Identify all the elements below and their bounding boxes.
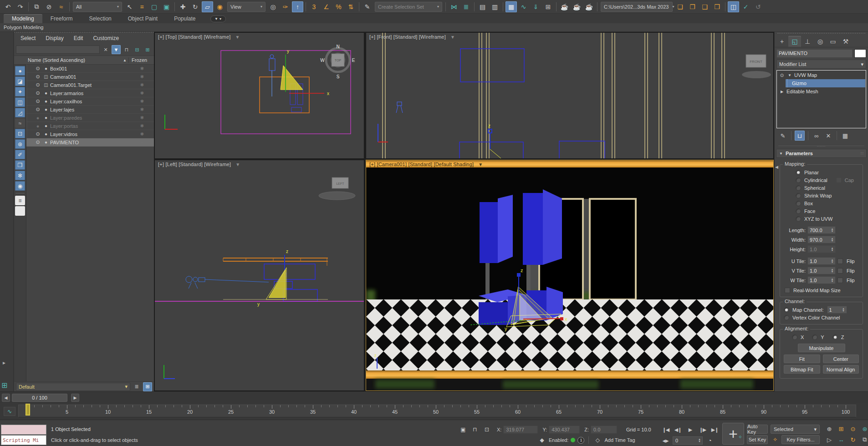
explorer-grid-icon[interactable]: ⊞ xyxy=(143,382,152,391)
bitmap-fit-button[interactable]: Bitmap Fit xyxy=(784,365,820,374)
blank-swatch[interactable] xyxy=(15,206,25,216)
remove-modifier-icon[interactable]: ✕ xyxy=(823,131,833,141)
radio-shrink-wrap[interactable]: Shrink Wrap xyxy=(783,192,860,199)
explorer-column-header[interactable]: Name (Sorted Ascending) ▲ Frozen xyxy=(14,56,154,65)
radio-cylindrical[interactable]: Cylindrical Cap xyxy=(783,176,860,184)
search-input[interactable] xyxy=(16,46,100,54)
list-item[interactable]: ⊙●Layer:vidros✱ xyxy=(26,130,154,138)
scene-script-folder-icon[interactable]: ❐ xyxy=(687,1,698,12)
chevron-down-icon[interactable]: ▼ xyxy=(786,73,793,77)
filter-containers-icon[interactable]: ⊡ xyxy=(15,129,25,138)
frozen-snowflake-icon[interactable]: ✱ xyxy=(130,115,154,120)
select-link-icon[interactable]: ⧉ xyxy=(31,1,42,12)
add-time-tag[interactable]: Add Time Tag xyxy=(604,437,635,443)
timeline-track[interactable]: 5101520253035404550556065707580859095100 xyxy=(18,405,856,417)
maxscript-listener-input[interactable]: Scripting Mi xyxy=(1,435,46,445)
key-filter-icon[interactable]: ✧ xyxy=(771,435,780,444)
normal-align-button[interactable]: Normal Align xyxy=(823,365,859,374)
eye-icon[interactable]: ⊙ xyxy=(34,98,42,104)
column-name[interactable]: Name (Sorted Ascending) xyxy=(14,57,123,63)
tab-hierarchy[interactable]: ⊥ xyxy=(801,36,814,47)
u-tile-spinner[interactable]: 1.0▲▼ xyxy=(807,257,836,265)
selection-lock-icon[interactable]: ⊓ xyxy=(470,425,480,434)
filter-geometry-icon[interactable]: ● xyxy=(15,66,25,76)
align-icon[interactable]: ≣ xyxy=(460,1,472,12)
list-item[interactable]: ⊙●Layer:lajes✱ xyxy=(26,106,154,114)
object-color-swatch[interactable] xyxy=(854,49,866,58)
frozen-snowflake-icon[interactable]: ✱ xyxy=(130,82,154,87)
curve-editor-icon[interactable]: ∿ xyxy=(518,1,529,12)
eye-icon[interactable]: ● xyxy=(34,115,42,121)
radio-align-y[interactable]: Y xyxy=(812,334,824,341)
real-world-checkbox[interactable]: Real-World Map Size xyxy=(783,286,860,294)
expand-tree-icon[interactable]: ⊟ xyxy=(133,45,142,54)
list-item[interactable]: ⊙●Box001✱ xyxy=(26,65,154,73)
snap-toggle-icon[interactable]: 3 xyxy=(308,1,320,12)
tab-selection[interactable]: Selection xyxy=(81,14,119,23)
u-flip-checkbox[interactable] xyxy=(837,258,843,264)
bind-spacewarp-icon[interactable]: ≈ xyxy=(56,1,67,12)
sort-options-icon[interactable]: ≡ xyxy=(15,196,25,205)
parameters-rollout-header[interactable]: ▼ Parameters ∷ xyxy=(776,149,867,158)
next-frame-icon[interactable]: ❙▶ xyxy=(697,425,708,435)
previous-frame-icon[interactable]: ◀❙ xyxy=(672,425,684,435)
viewport-left[interactable]: [+] [Left] [Standard] [Wireframe]▼ LEFT xyxy=(155,160,364,390)
zoom-extents-all-icon[interactable]: ⊛ xyxy=(859,424,868,434)
list-item[interactable]: ⊙◫Camera001.Target✱ xyxy=(26,81,154,89)
map-channel-spinner[interactable]: 1▲▼ xyxy=(827,306,847,314)
width-spinner[interactable]: 970.0▲▼ xyxy=(807,236,836,243)
history-icon[interactable]: ↺ xyxy=(752,1,764,12)
layer-explorer-toggle-icon[interactable]: ▥ xyxy=(489,1,500,12)
filter-frames-icon[interactable]: ❐ xyxy=(15,160,25,170)
per-view-filter-icon[interactable]: ▼ xyxy=(235,35,240,40)
undo-icon[interactable]: ↶ xyxy=(2,1,14,12)
pan-icon[interactable]: ↔ xyxy=(836,435,847,445)
manipulate-button[interactable]: Manipulate xyxy=(798,344,845,352)
redo-icon[interactable]: ↷ xyxy=(15,1,26,12)
list-item[interactable]: ●●Layer:paredes✱ xyxy=(26,114,154,122)
filter-visibility-icon[interactable]: ◉ xyxy=(15,181,25,191)
per-view-filter-icon[interactable]: ▼ xyxy=(450,35,455,40)
go-to-end-icon[interactable]: ▶❙ xyxy=(709,425,720,435)
per-view-filter-icon[interactable]: ▼ xyxy=(235,162,240,167)
keyboard-override-icon[interactable]: ↑ xyxy=(292,1,303,12)
v-tile-spinner[interactable]: 1.0▲▼ xyxy=(807,267,836,274)
maxscript-listener-pink[interactable] xyxy=(1,425,46,435)
tab-display[interactable]: ▭ xyxy=(827,36,839,47)
eye-icon[interactable]: ⊙ xyxy=(34,131,42,137)
rollout-splitter[interactable] xyxy=(778,142,864,146)
collapse-tree-icon[interactable]: ⊞ xyxy=(143,45,152,54)
tab-modeling[interactable]: Modeling xyxy=(4,14,42,23)
stack-item-uvw-map[interactable]: ⊙ ▼ UVW Map xyxy=(777,71,865,79)
frozen-snowflake-icon[interactable]: ✱ xyxy=(130,123,154,128)
object-name-field[interactable] xyxy=(776,49,853,58)
menu-select[interactable]: Select xyxy=(20,35,36,41)
layout-preset-dropdown[interactable]: Default▾ xyxy=(16,383,130,391)
key-filters-button[interactable]: Key Filters... xyxy=(781,435,820,444)
menu-edit[interactable]: Edit xyxy=(74,35,83,41)
fit-button[interactable]: Fit xyxy=(784,355,820,363)
length-spinner[interactable]: 700.0▲▼ xyxy=(807,226,836,234)
make-unique-icon[interactable]: ∞ xyxy=(812,131,822,141)
panel-scroll-arrow-icon[interactable]: ◀ xyxy=(775,165,778,169)
go-to-start-icon[interactable]: ❙◀ xyxy=(660,425,671,435)
save-reminder-icon[interactable]: ◫ xyxy=(728,1,739,12)
frozen-snowflake-icon[interactable]: ✱ xyxy=(130,74,154,79)
eye-icon[interactable]: ⊙ xyxy=(34,90,42,96)
ribbon-toggle-icon[interactable]: ▦ xyxy=(505,1,517,12)
scene-script-gear-icon[interactable]: ❏ xyxy=(674,1,686,12)
radio-align-x[interactable]: X xyxy=(792,334,804,341)
stack-item-editable-mesh[interactable]: ▶ Editable Mesh xyxy=(777,87,865,96)
auto-key-button[interactable]: Auto Key xyxy=(747,425,768,434)
per-view-filter-icon[interactable]: ▼ xyxy=(478,162,483,167)
select-place-icon[interactable]: ◉ xyxy=(214,1,225,12)
tab-freeform[interactable]: Freeform xyxy=(42,14,81,23)
v-flip-checkbox[interactable] xyxy=(837,268,843,274)
viewport-front-label[interactable]: [+] [Front] [Standard] [Wireframe]▼ xyxy=(369,34,455,40)
scene-check-icon[interactable]: ✓ xyxy=(740,1,751,12)
isolate-toggle-icon[interactable]: ▣ xyxy=(458,425,468,434)
filter-spacewarps-icon[interactable]: ≈ xyxy=(15,118,25,128)
radio-box[interactable]: Box xyxy=(783,199,860,207)
viewport-top-label[interactable]: [+] [Top] [Standard] [Wireframe]▼ xyxy=(158,34,240,40)
expand-panel-arrow-icon[interactable]: ▸ xyxy=(3,360,5,366)
